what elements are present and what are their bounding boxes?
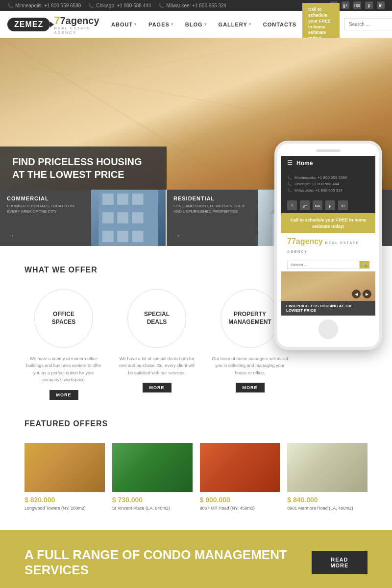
cat-commercial-image bbox=[91, 190, 166, 246]
site-identity: 77agency REAL ESTATE AGENCY bbox=[54, 14, 105, 35]
offer-special-deals: SPECIAL DEALS We have a lot of special d… bbox=[118, 289, 196, 400]
phone-prev-arrow[interactable]: ◀ bbox=[352, 290, 361, 298]
phone-hero-image: ◀ ▶ bbox=[281, 271, 375, 301]
offer-btn-3[interactable]: MORE bbox=[236, 383, 265, 392]
phone-icon-sm1: 📞 bbox=[287, 175, 292, 180]
phone-icon-sm3: 📞 bbox=[287, 188, 292, 193]
phone-pin-icon: p bbox=[325, 200, 335, 210]
phone-minneapolis: 📞 Minneapolis: +1 800 559 6580 bbox=[7, 3, 81, 8]
svg-line-7 bbox=[0, 38, 294, 97]
phone-speaker bbox=[316, 149, 341, 152]
featured-item-4: $ 840.000 8901 Marmora Road (LA, 480m2) bbox=[287, 443, 368, 511]
phone-icon-sm2: 📞 bbox=[287, 182, 292, 186]
cat-commercial-desc: FURNISHED RENTALS, LOCATED IN EVERY AREA… bbox=[7, 203, 84, 214]
cat-residential-title: RESIDENTIAL bbox=[173, 196, 251, 201]
phone-nav-bar: ☰ Home bbox=[281, 156, 375, 171]
cta-read-more-button[interactable]: READ MORE bbox=[312, 551, 368, 574]
offer-btn-2[interactable]: MORE bbox=[143, 383, 172, 392]
offer-circle-3: PROPERTY MANAGEMENT bbox=[220, 289, 279, 348]
svg-rect-11 bbox=[117, 194, 128, 205]
cat-residential-arrow[interactable]: → bbox=[173, 231, 251, 240]
header: ZEMEZ 77agency REAL ESTATE AGENCY ABOUT … bbox=[0, 11, 392, 38]
phone-chicago: 📞 Chicago: +1 800 588 444 bbox=[88, 3, 151, 8]
nav-pages[interactable]: PAGES bbox=[143, 22, 179, 27]
svg-rect-12 bbox=[132, 194, 144, 205]
phone-contact-3: 📞 Milwaukee: +1 800 655 324 bbox=[287, 187, 369, 194]
featured-offers-section: FEATURED OFFERS $ 820.000 Longwood Tower… bbox=[0, 419, 392, 530]
featured-image-4 bbox=[287, 443, 368, 492]
svg-rect-17 bbox=[117, 231, 128, 242]
cta-full-banner: A FULL RANGE OF CONDO MANAGEMENT SERVICE… bbox=[0, 530, 392, 588]
offer-circle-1: OFFICE SPACES bbox=[34, 289, 93, 348]
featured-price-2: $ 730.000 bbox=[112, 496, 193, 504]
cat-commercial-arrow[interactable]: → bbox=[7, 231, 84, 240]
featured-price-4: $ 840.000 bbox=[287, 496, 368, 504]
featured-name-4: 8901 Marmora Road (LA, 480m2) bbox=[287, 506, 368, 511]
featured-price-3: $ 900.000 bbox=[200, 496, 280, 504]
svg-rect-15 bbox=[132, 212, 144, 223]
site-name-number: 7 bbox=[54, 14, 60, 26]
logo-area: ZEMEZ 77agency REAL ESTATE AGENCY bbox=[7, 14, 105, 35]
phone-hero-arrows: ◀ ▶ bbox=[352, 290, 371, 298]
phone-icon: 📞 bbox=[7, 3, 13, 8]
cat-residential-desc: LONG AND SHORT TERM FURNISHED AND UNFURN… bbox=[173, 203, 251, 214]
phone-contacts-list: 📞 Minneapolis: +1 800 559 6580 📞 Chicagi… bbox=[281, 171, 375, 197]
nav-about[interactable]: ABOUT bbox=[105, 22, 143, 27]
offer-office-spaces: OFFICE SPACES We have a variety of moder… bbox=[24, 289, 103, 400]
featured-image-2 bbox=[112, 443, 193, 492]
featured-grid: $ 820.000 Longwood Towers (NY, 280m2) $ … bbox=[24, 443, 368, 511]
phone-social-bar: f g+ rss p in bbox=[281, 197, 375, 213]
hero-overlay: FIND PRICELESS HOUSING AT THE LOWEST PRI… bbox=[0, 147, 167, 190]
zemez-badge: ZEMEZ bbox=[7, 18, 50, 31]
featured-image-3 bbox=[200, 443, 280, 492]
phone-search-input[interactable] bbox=[287, 261, 360, 269]
cta-full-text: A FULL RANGE OF CONDO MANAGEMENT SERVICE… bbox=[24, 547, 312, 578]
phone-milwaukee: 📞 Milwaukee: +1 800 655 324 bbox=[158, 3, 226, 8]
site-name: 77agency bbox=[54, 14, 105, 27]
svg-rect-18 bbox=[132, 231, 144, 242]
search-bar: 🔍 bbox=[344, 18, 392, 30]
site-tagline: REAL ESTATE AGENCY bbox=[54, 26, 105, 35]
featured-item-2: $ 730.000 St Vincent Place (LA, 640m2) bbox=[112, 443, 193, 511]
main-nav: ABOUT PAGES BLOG GALLERY CONTACTS bbox=[105, 22, 302, 27]
phone-contact-2: 📞 Chicagic: +1 800 588 444 bbox=[287, 181, 369, 187]
phone-hero-title: FIND PRICELESS HOUSING AT THE LOWEST PRI… bbox=[281, 301, 375, 316]
offer-desc-1: We have a variety of modern office build… bbox=[24, 355, 103, 384]
nav-contacts[interactable]: CONTACTS bbox=[257, 22, 302, 27]
categories-wrapper: COMMERCIAL FURNISHED RENTALS, LOCATED IN… bbox=[0, 190, 392, 246]
phone-fb-icon: f bbox=[287, 200, 297, 210]
phone-cta-banner: Call to schedule your FREE in-home estim… bbox=[281, 213, 375, 233]
offer-circle-2: SPECIAL DEALS bbox=[127, 289, 186, 348]
svg-rect-16 bbox=[102, 231, 114, 242]
offer-desc-2: We have a lot of special deals both for … bbox=[118, 355, 196, 376]
search-input[interactable] bbox=[349, 22, 392, 27]
nav-area: ABOUT PAGES BLOG GALLERY CONTACTS bbox=[105, 22, 302, 27]
phone-search-button[interactable]: 🔍 bbox=[360, 261, 369, 269]
offer-desc-3: Our team of home managers will assist yo… bbox=[211, 355, 289, 376]
hero-title: FIND PRICELESS HOUSING AT THE LOWEST PRI… bbox=[12, 155, 154, 181]
featured-offers-title: FEATURED OFFERS bbox=[24, 419, 368, 428]
offer-btn-1[interactable]: MORE bbox=[49, 390, 78, 400]
phone-contact-1: 📞 Minneapolis: +1 800 559 6580 bbox=[287, 174, 369, 181]
phone-icon2: 📞 bbox=[88, 3, 94, 8]
featured-image-1 bbox=[24, 443, 105, 492]
svg-rect-10 bbox=[102, 194, 114, 205]
phone-next-arrow[interactable]: ▶ bbox=[363, 290, 371, 298]
phone-mockup: ☰ Home 📞 Minneapolis: +1 800 559 6580 📞 … bbox=[274, 141, 382, 350]
featured-item-3: $ 900.000 9867 Mill Road (NY, 450m2) bbox=[200, 443, 280, 511]
featured-price-1: $ 820.000 bbox=[24, 496, 105, 504]
category-commercial: COMMERCIAL FURNISHED RENTALS, LOCATED IN… bbox=[0, 190, 167, 246]
phone-rss-icon: rss bbox=[313, 200, 322, 210]
commercial-building-svg bbox=[91, 190, 166, 246]
nav-blog[interactable]: BLOG bbox=[179, 22, 213, 27]
svg-rect-13 bbox=[102, 212, 114, 223]
featured-name-1: Longwood Towers (NY, 280m2) bbox=[24, 506, 105, 511]
phone-home-button[interactable] bbox=[318, 319, 338, 339]
featured-item-1: $ 820.000 Longwood Towers (NY, 280m2) bbox=[24, 443, 105, 511]
phone-logo: 77agency REAL ESTATE AGENCY bbox=[281, 233, 375, 259]
phone-icon3: 📞 bbox=[158, 3, 164, 8]
svg-line-6 bbox=[0, 62, 392, 136]
featured-name-2: St Vincent Place (LA, 640m2) bbox=[112, 506, 193, 511]
nav-gallery[interactable]: GALLERY bbox=[213, 22, 257, 27]
phone-li-icon: in bbox=[338, 200, 348, 210]
